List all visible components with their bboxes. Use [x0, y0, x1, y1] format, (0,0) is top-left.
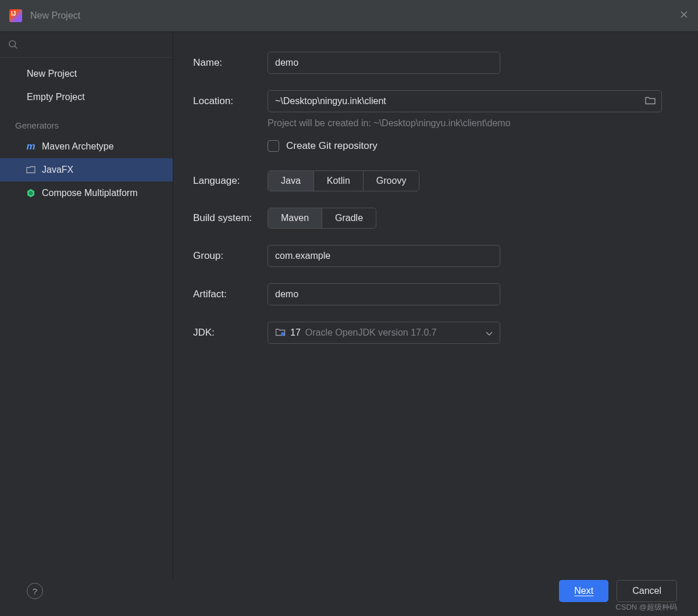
jdk-version: 17	[290, 327, 301, 338]
chevron-down-icon	[486, 328, 493, 338]
app-icon	[9, 9, 22, 22]
generator-javafx[interactable]: JavaFX	[0, 158, 173, 181]
generator-compose-multiplatform[interactable]: Compose Multiplatform	[0, 181, 173, 205]
location-input[interactable]	[268, 90, 662, 112]
generator-label: Compose Multiplatform	[42, 188, 138, 198]
footer: ? Next Cancel	[0, 576, 698, 606]
jdk-description: Oracle OpenJDK version 17.0.7	[305, 327, 437, 338]
generator-label: Maven Archetype	[42, 141, 114, 152]
build-label: Build system:	[193, 212, 268, 224]
maven-icon: m	[26, 141, 36, 152]
search-icon	[8, 40, 19, 50]
window-title: New Project	[30, 10, 80, 21]
location-hint: Project will be created in: ~\Desktop\ni…	[268, 118, 677, 129]
sidebar-item-new-project[interactable]: New Project	[0, 62, 173, 86]
jdk-select[interactable]: 17 Oracle OpenJDK version 17.0.7	[268, 322, 500, 344]
name-input[interactable]	[268, 52, 500, 74]
artifact-label: Artifact:	[193, 289, 268, 300]
browse-folder-icon[interactable]	[644, 96, 656, 107]
git-checkbox[interactable]	[268, 140, 279, 152]
location-label: Location:	[193, 95, 268, 107]
sidebar-item-label: New Project	[27, 69, 77, 79]
language-option-java[interactable]: Java	[268, 171, 314, 191]
close-icon[interactable]	[679, 10, 689, 22]
cancel-button[interactable]: Cancel	[617, 580, 677, 602]
jdk-label: JDK:	[193, 327, 268, 339]
sidebar: New Project Empty Project Generators m M…	[0, 32, 173, 579]
language-option-kotlin[interactable]: Kotlin	[314, 171, 364, 191]
group-label: Group:	[193, 250, 268, 262]
folder-icon	[26, 165, 36, 175]
svg-point-3	[281, 332, 284, 336]
watermark: CSDN @超级种码	[615, 602, 677, 613]
search-row[interactable]	[0, 32, 173, 58]
language-label: Language:	[193, 175, 268, 187]
language-option-groovy[interactable]: Groovy	[364, 171, 419, 191]
compose-icon	[26, 188, 36, 198]
main-panel: Name: Location: Project will be created …	[173, 32, 698, 579]
svg-point-0	[9, 40, 16, 47]
name-label: Name:	[193, 57, 268, 69]
group-input[interactable]	[268, 245, 500, 267]
language-group: Java Kotlin Groovy	[268, 170, 419, 191]
sidebar-item-label: Empty Project	[27, 92, 85, 102]
sidebar-item-empty-project[interactable]: Empty Project	[0, 86, 173, 109]
generator-maven-archetype[interactable]: m Maven Archetype	[0, 135, 173, 158]
artifact-input[interactable]	[268, 283, 500, 305]
generators-header: Generators	[0, 109, 173, 135]
help-button[interactable]: ?	[27, 583, 43, 599]
build-group: Maven Gradle	[268, 208, 376, 229]
build-option-gradle[interactable]: Gradle	[322, 208, 376, 228]
git-checkbox-label: Create Git repository	[286, 140, 378, 152]
generator-label: JavaFX	[42, 165, 73, 175]
titlebar: New Project	[0, 0, 698, 32]
jdk-folder-icon	[275, 327, 286, 339]
next-button[interactable]: Next	[559, 580, 608, 602]
build-option-maven[interactable]: Maven	[268, 208, 322, 228]
